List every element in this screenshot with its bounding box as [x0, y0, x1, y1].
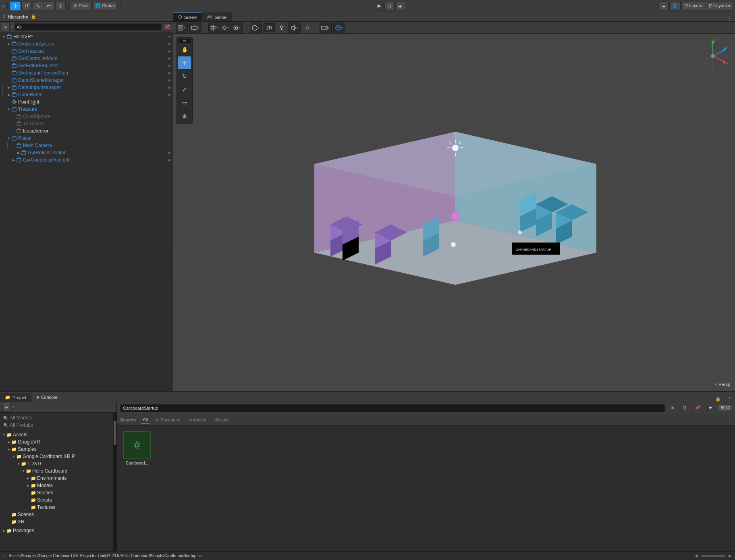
samples-folder[interactable]: ▶ 📁 Samples	[0, 446, 113, 453]
audio-btn[interactable]: ▾	[289, 23, 300, 32]
status-scroll-left[interactable]: ◀	[695, 554, 698, 558]
hello-vr-options[interactable]: ⋮	[168, 35, 171, 39]
search-clear-btn[interactable]: ✕	[669, 404, 677, 412]
scale-tool-btn[interactable]: ⤡	[33, 2, 43, 10]
tree-item-gvr-editor-emulator[interactable]: GvrEditorEmulator ▶	[0, 62, 173, 69]
tree-item-gvr-headset[interactable]: GvrHeadset ▶	[0, 48, 173, 55]
move-tool-btn[interactable]: ✛	[10, 2, 21, 10]
scene-tab[interactable]: ⬡ Scene	[173, 12, 202, 21]
custom-tool-btn[interactable]: ⊕	[178, 110, 191, 122]
cardboard-startup-asset[interactable]: # Cardboard...	[121, 429, 153, 467]
tree-item-gvr-event-system[interactable]: ▶ GvrEventSystem ▶	[0, 40, 173, 48]
gizmo-axis-indicator[interactable]: y x z	[695, 38, 731, 74]
scene-viewport[interactable]: ≡≡ ✋ ✛ ↻ ⤢ ▭ ⊕	[173, 34, 735, 391]
filter-all-tab[interactable]: All	[141, 415, 149, 424]
project-sidebar-scroll-thumb[interactable]	[114, 421, 116, 445]
tree-item-quad-sphere[interactable]: QuadSphere	[0, 113, 173, 120]
shading-mode-btn[interactable]: ▾	[176, 23, 187, 32]
project-add-dropdown[interactable]: ▾	[13, 405, 15, 409]
tree-item-main-camera[interactable]: Main Camera	[0, 142, 173, 149]
gizmo-visual-btn[interactable]: ▾	[232, 23, 242, 32]
pause-btn[interactable]: ⏸	[384, 2, 394, 10]
step-btn[interactable]: ⏭	[395, 2, 405, 10]
search-star-btn[interactable]: ★	[706, 404, 715, 412]
lighting-btn[interactable]	[276, 23, 287, 32]
filter-in-packages-tab[interactable]: In Packages	[154, 415, 182, 424]
scenes-root-folder[interactable]: 📁 Scenes	[0, 511, 113, 518]
tree-item-icosahedron[interactable]: Icosahedron	[0, 127, 173, 135]
google-cardboard-folder[interactable]: ▼ 📁 Google Cardboard XR P	[0, 453, 113, 460]
hierarchy-add-btn[interactable]: +	[2, 23, 10, 31]
textures-folder[interactable]: 📁 Textures	[0, 504, 113, 511]
project-add-btn[interactable]: +	[2, 403, 10, 412]
hand-tool-btn[interactable]: ✋	[178, 43, 191, 56]
transform-tool-btn[interactable]: ⊹	[55, 2, 66, 10]
status-scroll-thumb[interactable]	[701, 555, 725, 557]
xr-folder[interactable]: 📁 XR	[0, 518, 113, 525]
search-pin-btn[interactable]: 📌	[693, 404, 702, 412]
version-folder[interactable]: ▼ 📁 1.23.0	[0, 460, 113, 467]
transform-mode-btn[interactable]: ▾	[190, 23, 201, 32]
svg-point-50	[252, 25, 257, 30]
tree-item-demo-input-manager[interactable]: ▶ DemoInputManager ▶	[0, 84, 173, 91]
tree-item-gvr-controller-main[interactable]: GvrControllerMain ▶	[0, 55, 173, 62]
tree-item-cube-room[interactable]: ▶ CubeRoom ▶	[0, 91, 173, 98]
hierarchy-pin-btn[interactable]: 📌	[163, 23, 171, 31]
filter-in-assets-tab[interactable]: In Assets	[187, 415, 208, 424]
gizmo-snap-btn[interactable]: ▾	[220, 23, 231, 32]
layers-btn[interactable]: ⊞ Layers	[681, 2, 705, 10]
collab-btn[interactable]: ☁	[658, 2, 669, 10]
status-scroll-right[interactable]: ▶	[729, 554, 732, 558]
project-search-input[interactable]	[120, 404, 665, 412]
all-prefabs-item[interactable]: 🔍 All Prefabs	[0, 421, 113, 429]
tree-item-gvr-instant-preview[interactable]: GvrInstantPreviewMain ▶	[0, 69, 173, 77]
search-more-btn[interactable]: ⊟	[680, 404, 689, 412]
scene-more-icon[interactable]: ⋮	[724, 16, 735, 21]
assets-folder[interactable]: ▼ 📁 Assets	[0, 431, 113, 438]
rotate-tool-btn[interactable]: ↺	[21, 2, 32, 10]
packages-folder[interactable]: ▶ 📁 Packages	[0, 527, 113, 534]
rect-tool-btn[interactable]: ▭	[44, 2, 54, 10]
bottom-more-icon[interactable]: ⋮	[724, 396, 735, 402]
scripts-folder[interactable]: 📁 Scripts	[0, 496, 113, 504]
console-tab[interactable]: ≡ Console	[31, 393, 62, 402]
project-tab[interactable]: 📁 Project	[0, 393, 31, 402]
play-btn[interactable]: ▶	[375, 2, 384, 10]
gizmo-grid-btn[interactable]: ▾	[209, 23, 220, 32]
environments-folder[interactable]: ▶ 📁 Environments	[0, 475, 113, 482]
layout-btn[interactable]: ⊡ Layout ▾	[706, 2, 733, 10]
tree-item-treasure[interactable]: ▼ Treasure	[0, 106, 173, 113]
pivot-center-btn[interactable]: ⊙ Pivot	[71, 2, 91, 10]
filter-assets-quoted-tab[interactable]: 'Assets'	[213, 415, 231, 424]
game-tab[interactable]: 🎮 Game	[202, 12, 232, 21]
2d-toggle-btn[interactable]: 2D	[264, 23, 275, 32]
hello-cardboard-folder[interactable]: ▼ 📁 Hello Cardboard	[0, 467, 113, 475]
hierarchy-search-input[interactable]	[15, 23, 162, 31]
account-btn[interactable]: 👤	[669, 2, 681, 10]
rect-scene-tool-btn[interactable]: ▭	[178, 96, 191, 109]
tree-item-point-light[interactable]: Point light	[0, 98, 173, 106]
scale-scene-tool-btn[interactable]: ⤢	[178, 83, 191, 96]
render-path-btn[interactable]: ▾	[251, 23, 261, 32]
hierarchy-lock-icon[interactable]: 🔒	[31, 14, 36, 19]
hierarchy-add-dropdown[interactable]: ▾	[11, 25, 13, 29]
tree-item-player[interactable]: ▼ Player	[0, 135, 173, 142]
models-folder[interactable]: ▶ 📁 Models	[0, 482, 113, 489]
global-local-btn[interactable]: 🌐 Global	[92, 2, 118, 10]
tree-item-hello-vr[interactable]: ▼ HelloVR* ⋮	[0, 33, 173, 40]
rotate-scene-tool-btn[interactable]: ↻	[178, 70, 191, 83]
tree-item-gvr-reticle-pointer[interactable]: ▶ GvrReticlePointer ▶	[0, 149, 173, 156]
bottom-lock-icon[interactable]: 🔒	[712, 396, 724, 402]
hierarchy-more-icon[interactable]: ⋮	[39, 14, 43, 19]
googlevr-folder[interactable]: ▶ 📁 GoogleVR	[0, 438, 113, 446]
all-models-item[interactable]: 🔍 All Models	[0, 414, 113, 421]
fx-btn[interactable]	[302, 23, 313, 32]
move-scene-tool-btn[interactable]: ✛	[178, 56, 191, 69]
tree-item-gvr-controller-pointer0[interactable]: ▶ GvrControllerPointer0 ▶	[0, 156, 173, 164]
tree-item-demo-scene-manager[interactable]: DemoSceneManager ▶	[0, 77, 173, 84]
scenes-folder[interactable]: 📁 Scenes	[0, 489, 113, 496]
project-sidebar-scrollbar[interactable]	[113, 413, 116, 551]
camera-btn[interactable]: ▾	[320, 23, 331, 32]
tree-item-tri-sphere[interactable]: TriSphere	[0, 120, 173, 127]
gizmo-display-btn[interactable]: ▾	[334, 23, 345, 32]
